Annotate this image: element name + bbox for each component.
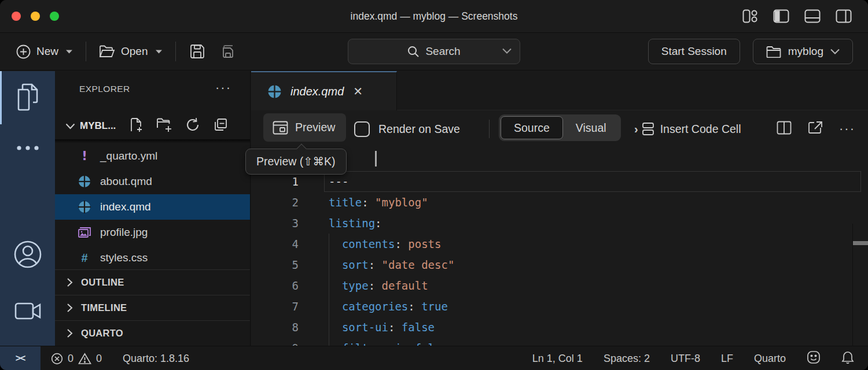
new-file-button[interactable]	[130, 117, 144, 135]
line-number: 9	[251, 338, 299, 346]
visual-mode-button[interactable]: Visual	[563, 116, 619, 139]
search-input[interactable]: Search	[348, 39, 520, 64]
code-cells-icon	[642, 121, 654, 136]
line-text: categories: true	[329, 296, 448, 317]
activity-bar	[0, 71, 55, 346]
split-editor-button[interactable]	[777, 121, 792, 137]
refresh-explorer-button[interactable]	[185, 117, 200, 135]
divider	[86, 42, 86, 61]
chevron-down-icon	[65, 49, 73, 54]
code-line-7[interactable]: 7 categories: true	[251, 296, 868, 317]
line-number: 8	[251, 317, 299, 338]
start-session-button[interactable]: Start Session	[648, 39, 740, 64]
chevron-down-icon	[830, 49, 840, 54]
chevron-down-icon	[155, 49, 163, 54]
save-button[interactable]	[183, 38, 212, 65]
line-text: filter-ui: false	[329, 338, 448, 346]
customize-layout-icon[interactable]	[742, 9, 758, 23]
file-row-profile.jpg[interactable]: profile.jpg	[55, 220, 250, 245]
error-count: 0	[68, 353, 73, 365]
app-window: index.qmd — myblog — Screenshots	[0, 0, 868, 370]
scrollbar-thumb[interactable]	[853, 241, 868, 245]
code-editor[interactable]: 1---2title: "myblog"3listing:4 contents:…	[251, 147, 868, 346]
layout-sidebar-left-icon[interactable]	[773, 9, 789, 23]
file-tree: !_quarto.ymlabout.qmdindex.qmdprofile.jp…	[55, 143, 250, 271]
eol-status[interactable]: LF	[721, 353, 733, 365]
workspace-switcher-button[interactable]: myblog	[753, 39, 853, 64]
indentation-status[interactable]: Spaces: 2	[604, 353, 650, 365]
sidebar-section-timeline[interactable]: TIMELINE	[55, 295, 250, 320]
insert-code-cell-button[interactable]: › Insert Code Cell	[634, 110, 741, 147]
bell-icon	[841, 350, 854, 364]
code-line-5[interactable]: 5 sort: "date desc"	[251, 254, 868, 275]
feedback-button[interactable]	[807, 350, 821, 367]
error-icon	[51, 353, 63, 365]
new-button[interactable]: New	[10, 38, 79, 65]
line-number: 5	[251, 254, 299, 275]
file-row-about.qmd[interactable]: about.qmd	[55, 169, 250, 194]
explorer-sidebar: EXPLORER ··· MYBL...	[55, 71, 251, 346]
tab-index-qmd[interactable]: index.qmd ✕	[251, 71, 397, 110]
titlebar: index.qmd — myblog — Screenshots	[0, 0, 868, 32]
remote-indicator[interactable]: ><	[0, 346, 41, 370]
notifications-button[interactable]	[841, 350, 854, 367]
new-plus-icon	[16, 45, 31, 59]
layout-sidebar-right-icon[interactable]	[836, 9, 852, 23]
chevron-right-icon	[67, 303, 73, 313]
source-visual-toggle: Source Visual	[499, 114, 621, 141]
new-folder-button[interactable]	[156, 117, 172, 135]
sidebar-section-outline[interactable]: OUTLINE	[55, 269, 250, 295]
code-line-8[interactable]: 8 sort-ui: false	[251, 317, 868, 338]
more-views-button[interactable]	[0, 145, 55, 151]
scroll-shadow	[55, 139, 250, 143]
close-tab-icon[interactable]: ✕	[353, 84, 363, 98]
line-number: 3	[251, 213, 299, 234]
explorer-more-actions-button[interactable]: ···	[215, 80, 231, 95]
chevron-right-icon	[67, 278, 73, 287]
search-placeholder: Search	[425, 45, 460, 58]
file-name: index.qmd	[100, 201, 151, 213]
search-icon	[407, 46, 420, 58]
external-link-icon	[808, 121, 823, 135]
file-row-_quarto.yml[interactable]: !_quarto.yml	[55, 143, 250, 169]
code-line-3[interactable]: 3listing:	[251, 213, 868, 234]
problems-status[interactable]: 0 0	[51, 353, 102, 365]
screencast-button[interactable]	[0, 301, 55, 321]
more-actions-button[interactable]: ···	[839, 121, 855, 136]
quarto-icon	[77, 201, 92, 213]
open-button[interactable]: Open	[93, 38, 168, 65]
preview-button[interactable]: Preview	[263, 113, 346, 142]
quarto-version-status[interactable]: Quarto: 1.8.16	[123, 353, 189, 365]
explorer-view-button[interactable]	[0, 83, 55, 112]
open-preview-external-button[interactable]	[808, 121, 823, 137]
start-session-label: Start Session	[661, 45, 727, 58]
file-row-styles.css[interactable]: #styles.css	[55, 245, 250, 271]
file-row-index.qmd[interactable]: index.qmd	[55, 194, 250, 220]
render-on-save-checkbox[interactable]	[354, 121, 370, 137]
source-mode-button[interactable]: Source	[501, 116, 563, 139]
sidebar-section-quarto[interactable]: QUARTO	[55, 320, 250, 346]
open-button-label: Open	[121, 45, 148, 58]
explorer-title: EXPLORER	[79, 84, 130, 94]
language-mode-status[interactable]: Quarto	[754, 353, 786, 365]
layout-panel-icon[interactable]	[804, 9, 821, 23]
split-editor-icon	[777, 121, 792, 135]
yaml-icon: !	[77, 149, 92, 163]
image-icon	[77, 226, 92, 239]
cursor-position-status[interactable]: Ln 1, Col 1	[532, 353, 583, 365]
encoding-status[interactable]: UTF-8	[671, 353, 700, 365]
project-root-label[interactable]: MYBL...	[80, 120, 116, 132]
code-line-4[interactable]: 4 contents: posts	[251, 234, 868, 254]
collapse-folders-button[interactable]	[213, 117, 228, 135]
code-line-2[interactable]: 2title: "myblog"	[251, 192, 868, 213]
line-text: title: "myblog"	[329, 192, 428, 213]
save-all-button[interactable]	[212, 38, 243, 65]
code-line-9[interactable]: 9 filter-ui: false	[251, 338, 868, 346]
code-line-6[interactable]: 6 type: default	[251, 275, 868, 296]
line-text: sort-ui: false	[329, 317, 435, 338]
file-name: about.qmd	[100, 175, 152, 188]
tab-label: index.qmd	[290, 85, 344, 98]
tooltip-text: Preview (⇧⌘K)	[256, 155, 336, 168]
account-button[interactable]	[0, 240, 55, 269]
code-line-1[interactable]: 1---	[251, 171, 868, 192]
